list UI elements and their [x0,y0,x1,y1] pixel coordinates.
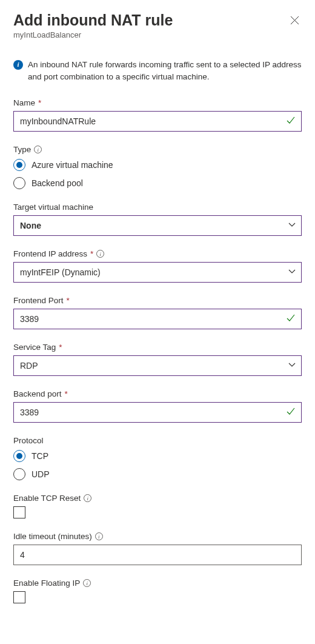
close-button[interactable] [288,13,302,27]
field-idle-timeout: Idle timeout (minutes) i [13,532,302,565]
check-icon [286,313,296,325]
backend-port-label: Backend port * [13,389,302,398]
idle-timeout-input[interactable] [13,545,302,565]
radio-icon [13,159,25,171]
info-text: An inbound NAT rule forwards incoming tr… [28,59,302,82]
protocol-radio-tcp-label: TCP [31,451,48,461]
target-vm-select[interactable]: None [13,215,302,236]
name-label-text: Name [13,98,35,107]
service-tag-label: Service Tag * [13,343,302,352]
required-asterisk: * [38,98,41,107]
type-radio-vm-label: Azure virtual machine [31,160,113,170]
close-icon [290,16,299,25]
type-label: Type i [13,145,302,154]
name-input-wrap [13,111,302,132]
idle-timeout-label-text: Idle timeout (minutes) [13,532,92,541]
type-label-text: Type [13,145,31,154]
backend-port-input-wrap [13,402,302,423]
tcp-reset-label: Enable TCP Reset i [13,494,302,503]
service-tag-label-text: Service Tag [13,343,56,352]
field-target-vm: Target virtual machine None [13,203,302,236]
protocol-radio-udp-label: UDP [31,469,50,479]
radio-icon [13,177,25,189]
service-tag-value: RDP [13,355,302,376]
protocol-label: Protocol [13,436,302,445]
required-asterisk: * [65,389,68,398]
field-type: Type i Azure virtual machine Backend poo… [13,145,302,189]
field-floating-ip: Enable Floating IP i [13,579,302,603]
type-radio-pool-label: Backend pool [31,178,83,188]
required-asterisk: * [59,343,62,352]
type-radio-group: Azure virtual machine Backend pool [13,159,302,189]
floating-ip-label-text: Enable Floating IP [13,579,80,588]
idle-timeout-label: Idle timeout (minutes) i [13,532,302,541]
tcp-reset-checkbox[interactable] [13,506,25,518]
radio-icon [13,450,25,462]
header-text: Add inbound NAT rule myIntLoadBalancer [13,11,173,39]
required-asterisk: * [67,296,70,305]
info-icon: i [13,60,23,70]
protocol-label-text: Protocol [13,436,44,445]
required-asterisk: * [90,249,93,258]
target-vm-value: None [13,215,302,236]
type-radio-vm[interactable]: Azure virtual machine [13,159,302,171]
field-service-tag: Service Tag * RDP [13,343,302,376]
panel-subtitle: myIntLoadBalancer [13,30,173,39]
nat-rule-panel: Add inbound NAT rule myIntLoadBalancer i… [0,0,315,622]
frontend-ip-label-text: Frontend IP address [13,249,87,258]
floating-ip-label: Enable Floating IP i [13,579,302,588]
info-icon[interactable]: i [84,494,91,502]
info-icon[interactable]: i [95,532,103,540]
check-icon [286,406,296,418]
target-vm-label: Target virtual machine [13,203,302,212]
protocol-radio-tcp[interactable]: TCP [13,450,302,462]
info-icon[interactable]: i [96,250,104,258]
field-name: Name * [13,98,302,132]
name-input[interactable] [13,111,302,132]
info-icon[interactable]: i [34,146,42,153]
info-icon[interactable]: i [83,579,91,587]
type-radio-pool[interactable]: Backend pool [13,177,302,189]
field-frontend-ip: Frontend IP address * i myIntFEIP (Dynam… [13,249,302,283]
backend-port-input[interactable] [13,402,302,423]
backend-port-label-text: Backend port [13,389,62,398]
name-label: Name * [13,98,302,107]
frontend-ip-label: Frontend IP address * i [13,249,302,258]
field-frontend-port: Frontend Port * [13,296,302,329]
tcp-reset-label-text: Enable TCP Reset [13,494,81,503]
frontend-port-input-wrap [13,309,302,329]
frontend-port-label-text: Frontend Port [13,296,64,305]
info-banner: i An inbound NAT rule forwards incoming … [13,59,302,82]
frontend-port-input[interactable] [13,309,302,329]
protocol-radio-udp[interactable]: UDP [13,468,302,480]
radio-icon [13,468,25,480]
field-tcp-reset: Enable TCP Reset i [13,494,302,518]
field-protocol: Protocol TCP UDP [13,436,302,480]
frontend-ip-value: myIntFEIP (Dynamic) [13,262,302,283]
floating-ip-checkbox[interactable] [13,591,25,603]
protocol-radio-group: TCP UDP [13,450,302,480]
target-vm-label-text: Target virtual machine [13,203,93,212]
frontend-port-label: Frontend Port * [13,296,302,305]
field-backend-port: Backend port * [13,389,302,423]
frontend-ip-select[interactable]: myIntFEIP (Dynamic) [13,262,302,283]
panel-header: Add inbound NAT rule myIntLoadBalancer [13,11,302,39]
panel-title: Add inbound NAT rule [13,11,173,29]
check-icon [286,115,296,127]
service-tag-select[interactable]: RDP [13,355,302,376]
